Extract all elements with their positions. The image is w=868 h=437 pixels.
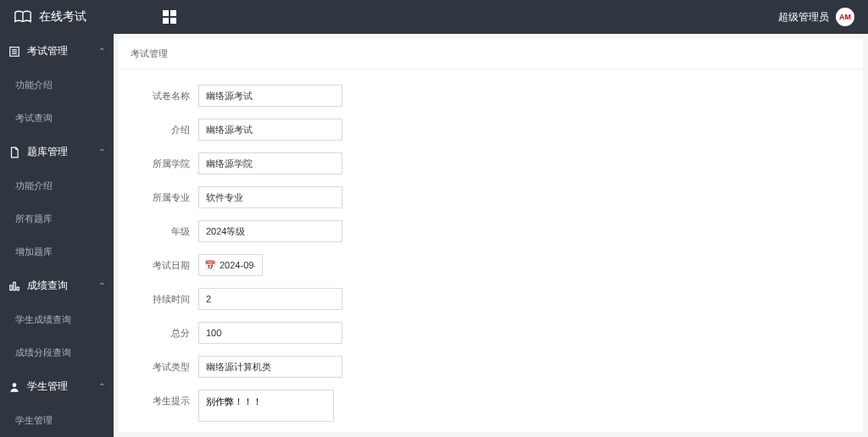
label-tips: 考生提示 (144, 390, 190, 407)
avatar: AM (836, 8, 854, 26)
input-total-score[interactable] (198, 322, 342, 344)
chevron-up-icon: ⌃ (98, 147, 105, 157)
sidebar-item-score-student[interactable]: 学生成绩查询 (0, 303, 114, 336)
svg-point-7 (13, 383, 17, 387)
chevron-up-icon: ⌃ (98, 47, 105, 56)
sidebar-item-question-all[interactable]: 所有题库 (0, 202, 114, 235)
svg-rect-5 (14, 282, 15, 290)
apps-icon[interactable] (163, 10, 176, 24)
chart-icon (8, 280, 20, 292)
brand[interactable]: 在线考试 (14, 8, 86, 26)
input-exam-type[interactable] (198, 356, 342, 378)
svg-rect-4 (10, 285, 12, 290)
label-duration: 持续时间 (144, 288, 190, 306)
sidebar-section-score[interactable]: 成绩查询 ⌃ (0, 268, 114, 303)
label-exam-date: 考试日期 (144, 254, 190, 272)
brand-text: 在线考试 (39, 9, 86, 25)
input-duration[interactable] (198, 288, 342, 310)
chevron-up-icon: ⌃ (98, 382, 105, 391)
sidebar: 考试管理 ⌃ 功能介绍 考试查询 题库管理 ⌃ 功能介绍 所有题库 增加题库 成… (0, 34, 114, 437)
breadcrumb: 考试管理 (119, 39, 863, 69)
header: 在线考试 超级管理员 AM (0, 0, 868, 34)
label-exam-name: 试卷名称 (144, 85, 190, 102)
label-major: 所属专业 (144, 186, 190, 204)
user-menu[interactable]: 超级管理员 AM (778, 8, 854, 26)
sidebar-item-exam-query[interactable]: 考试查询 (0, 102, 114, 135)
chevron-up-icon: ⌃ (98, 281, 105, 290)
input-grade[interactable] (198, 220, 342, 242)
list-icon (8, 46, 20, 58)
input-exam-date[interactable] (198, 254, 263, 276)
sidebar-section-student[interactable]: 学生管理 ⌃ (0, 369, 114, 404)
sidebar-item-student-manage[interactable]: 学生管理 (0, 404, 114, 437)
input-major[interactable] (198, 186, 342, 208)
sidebar-item-question-add[interactable]: 增加题库 (0, 235, 114, 268)
label-exam-type: 考试类型 (144, 356, 190, 373)
svg-rect-6 (17, 287, 19, 290)
input-college[interactable] (198, 152, 342, 174)
doc-icon (8, 147, 20, 158)
label-grade: 年级 (144, 220, 190, 238)
sidebar-item-score-segment[interactable]: 成绩分段查询 (0, 336, 114, 369)
form: 试卷名称 介绍 所属学院 所属专业 年级 考试日期 (119, 69, 863, 432)
sidebar-section-exam[interactable]: 考试管理 ⌃ (0, 34, 114, 69)
sidebar-section-question[interactable]: 题库管理 ⌃ (0, 135, 114, 169)
label-college: 所属学院 (144, 152, 190, 170)
sidebar-item-exam-intro[interactable]: 功能介绍 (0, 69, 114, 102)
user-name: 超级管理员 (778, 10, 829, 25)
main: 考试管理 试卷名称 介绍 所属学院 所属专业 年级 (119, 39, 863, 432)
label-intro: 介绍 (144, 119, 190, 136)
sidebar-item-question-intro[interactable]: 功能介绍 (0, 169, 114, 202)
label-total-score: 总分 (144, 322, 190, 340)
input-exam-name[interactable] (198, 85, 342, 107)
user-icon (8, 381, 20, 393)
book-icon (14, 8, 32, 26)
input-tips[interactable] (198, 390, 334, 422)
input-intro[interactable] (198, 119, 342, 141)
